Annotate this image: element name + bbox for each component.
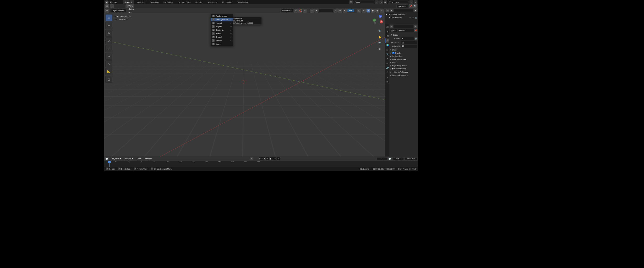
outliner-display-mode-icon[interactable]: ▾ (390, 9, 393, 12)
exclude-checkbox-icon[interactable]: ☑ (409, 16, 411, 19)
particle-tab-icon[interactable]: ✦ (385, 57, 389, 61)
viewlayer-datablock-field[interactable]: ▦ View L... (398, 29, 414, 32)
current-frame-field[interactable]: 1 (377, 157, 387, 160)
viewlayer-delete-icon[interactable]: × (414, 0, 417, 4)
gis-subitem-get-elevation-srtm-[interactable]: ⊡Get elevation (SRTM) (233, 22, 261, 24)
panel-math-vis-console[interactable]: ▶Math Vis Console (390, 58, 418, 61)
menu-render[interactable]: Render (109, 1, 119, 4)
pin-icon[interactable]: 📌 (414, 29, 417, 32)
filter-search-icon[interactable]: 🔍 (413, 4, 417, 8)
add-cube-tool[interactable]: ◻ (105, 76, 112, 83)
panel-keying-sets[interactable]: ▶Keying Sets (390, 55, 418, 58)
cursor-tool-icon[interactable]: ↖ (110, 4, 114, 8)
gis-subitem-get-osm[interactable]: ⊡Get OSM (233, 20, 261, 22)
timeline-editor-icon[interactable]: 🕐 (105, 157, 108, 160)
scene-datablock-field[interactable]: 🎬 Sc... (390, 29, 397, 32)
shading-matprev-icon[interactable]: ◐ (371, 9, 375, 13)
tab-shading[interactable]: Shading (193, 0, 206, 4)
end-frame-field[interactable]: End 250 (405, 157, 417, 160)
visibility-dropdown-icon[interactable]: ▾ (314, 9, 318, 13)
snap-icon[interactable]: 🧲 (298, 9, 302, 13)
viewlayer-new-icon[interactable]: + (410, 0, 413, 4)
cursor-tool[interactable]: ✛ (105, 22, 112, 29)
pan-icon[interactable]: ✋ (377, 35, 382, 40)
material-tab-icon[interactable]: ● (385, 75, 389, 79)
render-tab-icon[interactable]: 🎥 (385, 25, 389, 29)
gizmo-x-axis[interactable]: X (380, 20, 383, 23)
modifier-tab-icon[interactable]: 🔧 (385, 52, 389, 57)
hide-viewport-icon[interactable]: 👁 (412, 16, 414, 19)
tab-layout[interactable]: Layout (123, 0, 134, 4)
pivot-icon[interactable]: ⊙ (294, 9, 298, 13)
gis-item-export[interactable]: ⊡Export▶ (211, 25, 233, 28)
data-tab-icon[interactable]: ▽ (385, 70, 389, 75)
gis-item-camera[interactable]: ⊡Camera▶ (211, 28, 233, 32)
physics-tab-icon[interactable]: ⊙ (385, 61, 389, 65)
disable-render-icon[interactable]: 📷 (415, 16, 417, 19)
gravity-checkbox[interactable] (392, 52, 395, 54)
scene-tab-icon[interactable]: 🎬 (385, 38, 389, 43)
world-tab-icon[interactable]: 🌍 (385, 43, 389, 47)
texture-tab-icon[interactable]: ▦ (385, 79, 389, 84)
jump-start-icon[interactable]: ⏮ (258, 157, 262, 160)
viewport-search-input[interactable] (319, 9, 333, 12)
gis-menu-button[interactable]: GIS (347, 9, 354, 12)
panel-rigid-body-world[interactable]: ▶Rigid Body World (390, 64, 418, 67)
gis-item-mesh[interactable]: ⊡Mesh▶ (211, 32, 233, 35)
gis-item-web-geodata[interactable]: ⊡Web geodata▶ (211, 18, 233, 21)
viewport-menu-view[interactable]: View (127, 4, 136, 7)
scene-browse-icon[interactable]: 🎬 (349, 0, 353, 4)
background-field[interactable]: 🎬 (401, 41, 417, 44)
gis-item-object[interactable]: ⊡Object▶ (211, 35, 233, 39)
outliner-collection-row[interactable]: ▸ 🗀 Collection ☑ 👁 📷 (386, 16, 418, 19)
jump-end-icon[interactable]: ⏭ (277, 157, 280, 160)
viewlayer-name-field[interactable]: View Layer (388, 1, 409, 4)
move-tool[interactable]: ✥ (105, 30, 112, 37)
panel-gravity[interactable]: ▶Gravity (390, 51, 418, 55)
eyedropper-icon[interactable]: 💉 (415, 37, 418, 40)
viewport-3d-canvas[interactable]: User Perspective (1) Collection ▭ ✛ ✥ ⟳ … (104, 13, 385, 156)
object-tab-icon[interactable]: ◻ (385, 47, 389, 52)
tab-sculpting[interactable]: Sculpting (148, 0, 161, 4)
outliner-filter-icon[interactable]: ▼ (414, 9, 417, 12)
panel-scene-debug[interactable]: ▶Scene Debug (390, 67, 418, 70)
constraint-tab-icon[interactable]: 🔗 (385, 66, 389, 70)
perspective-toggle-icon[interactable]: ⊞ (377, 46, 382, 51)
options-dropdown[interactable]: Options ▾ (396, 4, 408, 8)
rotate-tool[interactable]: ⟳ (105, 37, 112, 44)
gizmo-neg-axis[interactable] (374, 22, 376, 24)
tab-uv-editing[interactable]: UV Editing (161, 0, 176, 4)
annotate-tool[interactable]: ✎ (105, 60, 112, 68)
object-mode-dropdown[interactable]: Object Mode ▾ (110, 9, 126, 12)
blender-logo-icon[interactable]: ◆ (105, 1, 108, 4)
gis-item-preferences[interactable]: ⊡Preferences (211, 14, 233, 18)
props-options-icon[interactable]: ▾ (414, 25, 417, 28)
activeclip-field[interactable]: 🎞 (401, 45, 417, 48)
scale-tool[interactable]: ⤢ (105, 45, 112, 52)
outliner-editor-icon[interactable]: ☰ (386, 9, 389, 12)
shading-wireframe-icon[interactable]: ⊞ (362, 9, 366, 13)
marker-menu[interactable]: Marker (144, 157, 153, 160)
tab-texture-paint[interactable]: Texture Paint (176, 0, 193, 4)
gis-item-nodes[interactable]: ⊡Nodes▶ (211, 39, 233, 42)
props-search-input[interactable] (394, 25, 413, 28)
start-frame-field[interactable]: Start 1 (392, 157, 404, 160)
scene-delete-icon[interactable]: × (379, 0, 383, 4)
filter-pin-icon[interactable]: 📌 (409, 4, 413, 8)
camera-view-icon[interactable]: 📷 (377, 41, 382, 46)
editor-type-icon[interactable]: ⊞ (105, 4, 109, 8)
outliner-search-input[interactable] (394, 9, 413, 12)
play-forward-icon[interactable]: ▶ (269, 157, 273, 160)
zoom-icon[interactable]: 🔍 (377, 29, 382, 34)
tab-rendering[interactable]: Rendering (220, 0, 234, 4)
play-reverse-icon[interactable]: ◀ (266, 157, 269, 160)
orientation-dropdown[interactable]: ⊕ Global ▾ (281, 9, 293, 12)
tab-compositing[interactable]: Compositing (234, 0, 251, 4)
scene-panel-header[interactable]: ▼ Scene (390, 33, 418, 37)
keyframe-prev-icon[interactable]: ◆⏴ (262, 157, 265, 160)
viewlayer-browse-icon[interactable]: ▦ (384, 0, 387, 4)
keyframe-next-icon[interactable]: ⏵◆ (273, 157, 276, 160)
shading-rendered-icon[interactable]: ◉ (375, 9, 379, 13)
shading-dropdown-icon[interactable]: ▾ (380, 9, 384, 13)
gizmo-toggle-icon[interactable]: ⊙ (334, 9, 338, 13)
